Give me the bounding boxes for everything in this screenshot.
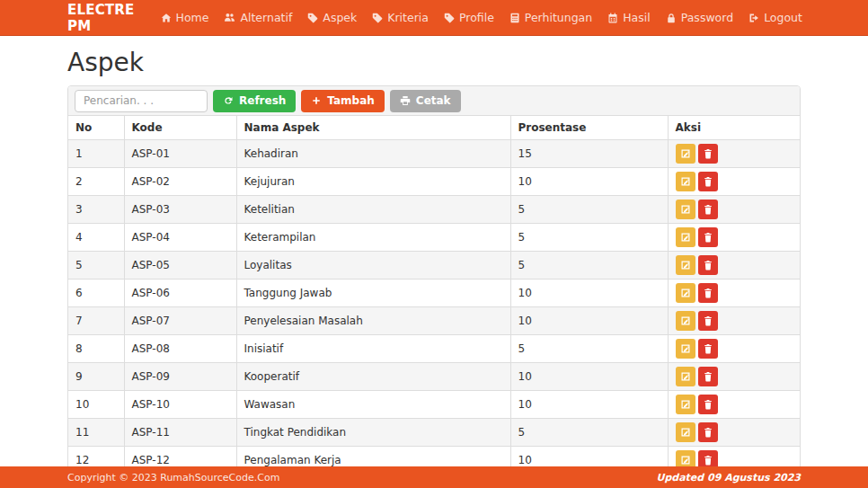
nav-item-home[interactable]: Home xyxy=(161,11,209,24)
delete-button[interactable] xyxy=(698,283,718,303)
printer-icon xyxy=(400,95,411,106)
trash-icon xyxy=(703,343,713,354)
nav-item-aspek[interactable]: Aspek xyxy=(307,11,357,24)
edit-button[interactable] xyxy=(676,227,695,247)
page-title: Aspek xyxy=(67,48,801,77)
nav-label: Profile xyxy=(459,11,494,24)
cell-nama-aspek: Keterampilan xyxy=(236,224,510,252)
cell-no: 7 xyxy=(68,307,124,335)
edit-button[interactable] xyxy=(676,200,695,219)
trash-icon xyxy=(703,371,713,382)
footer: Copyright © 2023 RumahSourceCode.Com Upd… xyxy=(0,466,868,488)
cell-no: 1 xyxy=(68,140,124,168)
cell-no: 2 xyxy=(68,168,124,196)
trash-icon xyxy=(703,315,713,326)
refresh-button[interactable]: Refresh xyxy=(213,90,296,112)
cell-kode: ASP-11 xyxy=(124,419,236,447)
pencil-square-icon xyxy=(680,148,691,159)
cell-aksi xyxy=(668,363,800,391)
delete-button[interactable] xyxy=(698,200,718,219)
nav-item-alternatif[interactable]: Alternatif xyxy=(224,11,292,24)
trash-icon xyxy=(703,288,713,298)
table-row: 1 ASP-01 Kehadiran 15 xyxy=(68,140,800,168)
cell-nama-aspek: Ketelitian xyxy=(236,196,510,224)
header-kode: Kode xyxy=(124,116,236,140)
edit-button[interactable] xyxy=(676,367,695,386)
pencil-square-icon xyxy=(680,427,691,438)
table-row: 11 ASP-11 Tingkat Pendidikan 5 xyxy=(68,419,800,447)
cell-no: 3 xyxy=(68,196,124,224)
plus-icon xyxy=(311,95,322,106)
cell-aksi xyxy=(668,419,800,447)
trash-icon xyxy=(703,260,713,271)
pencil-square-icon xyxy=(680,204,691,215)
aspek-table: No Kode Nama Aspek Prosentase Aksi 1 ASP… xyxy=(68,116,800,474)
lock-icon xyxy=(666,13,677,23)
trash-icon xyxy=(703,204,713,215)
nav-item-password[interactable]: Password xyxy=(666,11,733,24)
search-input[interactable] xyxy=(75,90,208,112)
cell-kode: ASP-02 xyxy=(124,168,236,196)
delete-button[interactable] xyxy=(698,144,718,164)
cell-no: 4 xyxy=(68,224,124,252)
delete-button[interactable] xyxy=(698,339,718,359)
cell-prosentase: 5 xyxy=(510,224,668,252)
calculator-icon xyxy=(509,13,520,23)
top-navbar: ELECTRE PM Home Alternatif Aspek Kriteri… xyxy=(0,0,868,36)
cell-nama-aspek: Penyelesaian Masalah xyxy=(236,307,510,335)
cell-prosentase: 10 xyxy=(510,279,668,307)
delete-button[interactable] xyxy=(698,172,718,191)
brand[interactable]: ELECTRE PM xyxy=(67,2,135,34)
delete-button[interactable] xyxy=(698,422,718,442)
delete-button[interactable] xyxy=(698,227,718,247)
cetak-button[interactable]: Cetak xyxy=(390,90,461,112)
cell-aksi xyxy=(668,140,800,168)
header-aksi: Aksi xyxy=(668,116,800,140)
nav-label: Alternatif xyxy=(240,11,292,24)
nav-item-profile[interactable]: Profile xyxy=(444,11,494,24)
tambah-button[interactable]: Tambah xyxy=(301,90,384,112)
header-prosentase: Prosentase xyxy=(510,116,668,140)
table-header-row: No Kode Nama Aspek Prosentase Aksi xyxy=(68,116,800,140)
table-row: 6 ASP-06 Tanggung Jawab 10 xyxy=(68,279,800,307)
cell-nama-aspek: Kejujuran xyxy=(236,168,510,196)
nav-item-kriteria[interactable]: Kriteria xyxy=(372,11,429,24)
tag-icon xyxy=(372,13,383,23)
calendar-icon xyxy=(607,13,618,23)
tag-icon xyxy=(307,13,318,23)
delete-button[interactable] xyxy=(698,311,718,331)
delete-button[interactable] xyxy=(698,255,718,275)
table-row: 5 ASP-05 Loyalitas 5 xyxy=(68,252,800,279)
nav-item-hasil[interactable]: Hasil xyxy=(607,11,651,24)
cell-prosentase: 5 xyxy=(510,196,668,224)
edit-button[interactable] xyxy=(676,255,695,275)
delete-button[interactable] xyxy=(698,367,718,386)
cell-prosentase: 5 xyxy=(510,252,668,279)
edit-button[interactable] xyxy=(676,172,695,191)
cell-nama-aspek: Kooperatif xyxy=(236,363,510,391)
edit-button[interactable] xyxy=(676,422,695,442)
nav-label: Kriteria xyxy=(387,11,429,24)
edit-button[interactable] xyxy=(676,283,695,303)
users-icon xyxy=(224,12,235,23)
cell-no: 10 xyxy=(68,391,124,419)
table-row: 2 ASP-02 Kejujuran 10 xyxy=(68,168,800,196)
cell-nama-aspek: Kehadiran xyxy=(236,140,510,168)
cell-nama-aspek: Inisiatif xyxy=(236,335,510,363)
cell-aksi xyxy=(668,168,800,196)
table-row: 3 ASP-03 Ketelitian 5 xyxy=(68,196,800,224)
edit-button[interactable] xyxy=(676,395,695,414)
edit-button[interactable] xyxy=(676,144,695,164)
edit-button[interactable] xyxy=(676,339,695,359)
cell-prosentase: 5 xyxy=(510,419,668,447)
pencil-square-icon xyxy=(680,176,691,187)
header-nama-aspek: Nama Aspek xyxy=(236,116,510,140)
cell-no: 8 xyxy=(68,335,124,363)
edit-button[interactable] xyxy=(676,311,695,331)
nav-label: Perhitungan xyxy=(525,11,592,24)
nav-item-logout[interactable]: Logout xyxy=(748,11,802,24)
table-row: 7 ASP-07 Penyelesaian Masalah 10 xyxy=(68,307,800,335)
nav-label: Aspek xyxy=(323,11,357,24)
nav-item-perhitungan[interactable]: Perhitungan xyxy=(509,11,592,24)
delete-button[interactable] xyxy=(698,395,718,414)
